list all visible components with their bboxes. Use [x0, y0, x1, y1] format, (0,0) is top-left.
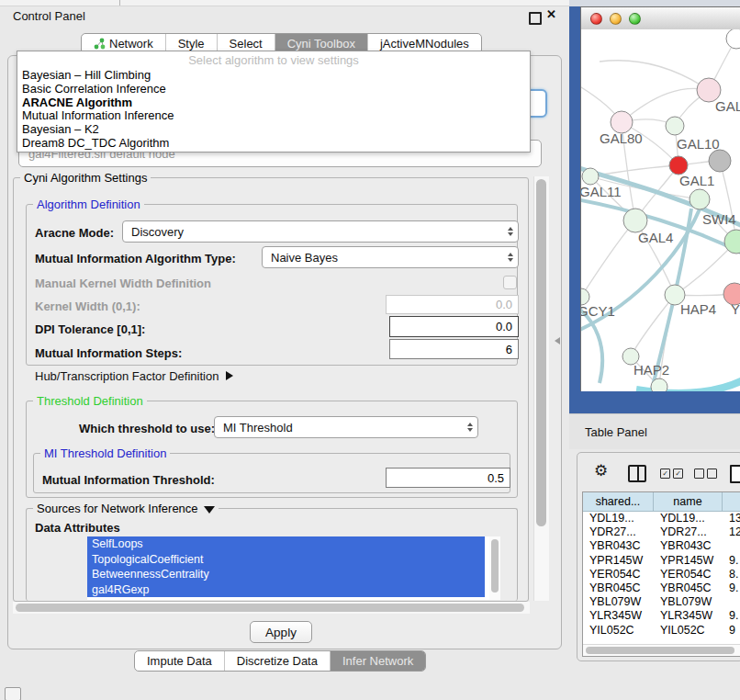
- select-all-checkboxes-icon[interactable]: ✓✓: [660, 469, 683, 479]
- node-label: SWI4: [702, 211, 736, 227]
- table-cell: YBR043C: [654, 539, 723, 553]
- tab-label: jActiveMNodules: [380, 37, 469, 51]
- scrollbar-thumb[interactable]: [16, 604, 524, 612]
- table-horizontal-scrollbar[interactable]: [583, 644, 740, 656]
- table-cell: YBR045C: [654, 581, 723, 595]
- algorithm-definition-title: Algorithm Definition: [33, 198, 144, 211]
- which-threshold-select[interactable]: MI Threshold: [214, 416, 478, 438]
- network-edge: [622, 88, 709, 122]
- dropdown-item[interactable]: Mutual Information Inference: [17, 109, 530, 123]
- table-cell: YLR345W: [583, 609, 654, 623]
- table-row[interactable]: YDR27...YDR27...12: [583, 525, 740, 539]
- dropdown-item[interactable]: Dream8 DC_TDC Algorithm: [17, 137, 530, 151]
- network-node-swi4[interactable]: [690, 189, 710, 209]
- mi-steps-field[interactable]: 6: [389, 339, 519, 359]
- network-node[interactable]: [709, 150, 731, 172]
- table-header-row[interactable]: shared...name: [583, 492, 740, 512]
- network-node[interactable]: [726, 29, 740, 49]
- table-row[interactable]: YBR043CYBR043C: [583, 539, 740, 553]
- network-edge: [581, 220, 635, 297]
- table-cell: YPR145W: [583, 554, 654, 568]
- application-window: Control Panel ✕ NetworkStyleSelectCyni T…: [0, 0, 740, 700]
- aracne-mode-label: Aracne Mode:: [35, 226, 114, 240]
- table-row[interactable]: YBL079WYBL079W: [583, 595, 740, 609]
- mi-threshold-field[interactable]: 0.5: [386, 468, 510, 488]
- kernel-width-label: Kernel Width (0,1):: [35, 299, 140, 313]
- mi-steps-label: Mutual Information Steps:: [35, 346, 182, 360]
- mi-type-label: Mutual Information Algorithm Type:: [35, 252, 236, 265]
- sources-group-title[interactable]: Sources for Network Inference: [33, 502, 219, 515]
- columns-icon[interactable]: [628, 465, 646, 482]
- dropdown-item[interactable]: Basic Correlation Inference: [17, 83, 530, 96]
- network-node-gal11[interactable]: [582, 168, 599, 185]
- network-window-titlebar[interactable]: [581, 7, 740, 30]
- table-panel-window: ⚙ ✓✓ shared...name YDL19...YDL19...13YDR…: [577, 452, 740, 661]
- dropdown-item[interactable]: Bayesian – K2: [17, 123, 530, 137]
- gear-icon[interactable]: ⚙: [594, 461, 608, 480]
- table-cell: YER054C: [583, 568, 654, 581]
- scrollbar-thumb[interactable]: [586, 647, 734, 654]
- table-cell: 13: [723, 512, 740, 525]
- close-icon[interactable]: ✕: [546, 7, 556, 21]
- deselect-all-checkboxes-icon[interactable]: [694, 469, 717, 479]
- tab-discretize-data[interactable]: Discretize Data: [224, 651, 330, 671]
- stepper-arrows-icon: [508, 253, 513, 262]
- zoom-traffic-light-icon[interactable]: [629, 13, 641, 25]
- network-canvas[interactable]: GALGAL80GAL10GAL1GAL11SWI4GAL4GCY1HAP4YH…: [581, 29, 740, 391]
- hub-definition-expander[interactable]: Hub/Transcription Factor Definition: [35, 369, 233, 383]
- table-row[interactable]: YER054CYER054C8.: [583, 568, 740, 581]
- network-node[interactable]: [651, 378, 667, 391]
- node-label: GAL1: [679, 173, 714, 188]
- document-icon[interactable]: [730, 465, 740, 483]
- list-item[interactable]: TopologicalCoefficient: [87, 552, 485, 568]
- minimize-traffic-light-icon[interactable]: [610, 13, 622, 25]
- table-cell: YER054C: [654, 568, 723, 581]
- table-row[interactable]: YLR345WYLR345W9.: [583, 609, 740, 623]
- split-pane-grip-icon[interactable]: [555, 337, 560, 344]
- panel-corner-button[interactable]: [5, 687, 21, 700]
- mi-type-select[interactable]: Naive Bayes: [262, 246, 519, 268]
- list-item[interactable]: gal4RGexp: [87, 582, 485, 598]
- table-row[interactable]: YBR045CYBR045C9.: [583, 581, 740, 595]
- tab-label: Impute Data: [147, 654, 212, 668]
- table-row[interactable]: YPR145WYPR145W9.: [583, 554, 740, 568]
- kernel-width-field[interactable]: 0.0: [386, 295, 519, 314]
- dpi-tolerance-field[interactable]: 0.0: [389, 316, 519, 337]
- close-traffic-light-icon[interactable]: [590, 13, 602, 25]
- table-cell: 9.: [723, 609, 740, 623]
- float-window-icon[interactable]: [529, 12, 542, 25]
- node-label: GAL11: [581, 184, 622, 199]
- table-row[interactable]: YIL052CYIL052C9: [583, 624, 740, 638]
- column-header[interactable]: [723, 492, 740, 512]
- scrollbar-thumb[interactable]: [536, 179, 546, 526]
- tab-infer-network[interactable]: Infer Network: [330, 651, 425, 671]
- table-cell: 12: [723, 525, 740, 539]
- table-row[interactable]: YDL19...YDL19...13: [583, 512, 740, 525]
- dropdown-item[interactable]: ARACNE Algorithm: [17, 96, 530, 110]
- hub-definition-label: Hub/Transcription Factor Definition: [35, 369, 219, 383]
- column-header[interactable]: shared...: [583, 492, 654, 512]
- network-node-gal10[interactable]: [666, 117, 684, 135]
- manual-kernel-label: Manual Kernel Width Definition: [35, 277, 211, 290]
- tab-impute-data[interactable]: Impute Data: [135, 651, 224, 671]
- apply-button[interactable]: Apply: [250, 621, 312, 643]
- list-item[interactable]: BetweennessCentrality: [87, 567, 485, 582]
- aracne-mode-select[interactable]: Discovery: [122, 220, 519, 243]
- node-label: GAL4: [638, 230, 673, 245]
- dropdown-item[interactable]: Bayesian – Hill Climbing: [17, 69, 530, 83]
- settings-vertical-scrollbar[interactable]: [533, 176, 549, 601]
- settings-horizontal-scrollbar[interactable]: [13, 602, 530, 614]
- node-label: HAP2: [633, 362, 669, 378]
- table-cell: YDL19...: [654, 512, 723, 525]
- node-label: GAL80: [600, 130, 643, 146]
- list-item[interactable]: SelfLoops: [87, 536, 485, 552]
- scrollbar-thumb[interactable]: [491, 539, 499, 593]
- table-panel-title: Table Panel: [585, 425, 647, 439]
- dropdown-placeholder: Select algorithm to view settings: [17, 51, 530, 69]
- network-node-gal1[interactable]: [669, 156, 688, 175]
- column-header[interactable]: name: [654, 492, 723, 512]
- node-label: HAP4: [680, 301, 716, 317]
- list-scrollbar[interactable]: [489, 536, 500, 600]
- manual-kernel-checkbox[interactable]: [503, 276, 517, 289]
- table-cell: YDL19...: [583, 512, 654, 525]
